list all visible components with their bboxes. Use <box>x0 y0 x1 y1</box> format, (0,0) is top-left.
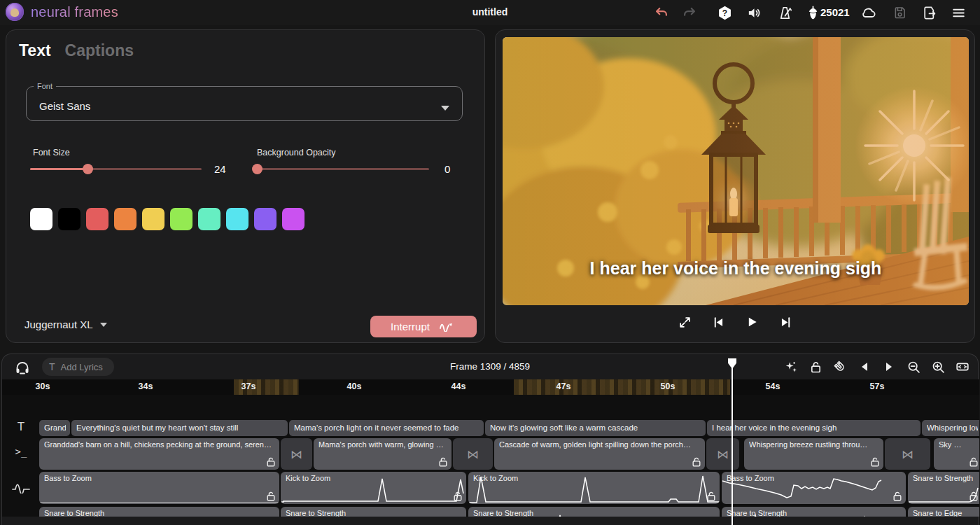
transition-clip[interactable]: ⋈ <box>885 438 930 470</box>
color-swatch-yellow[interactable] <box>142 208 164 230</box>
color-swatch-red[interactable] <box>86 208 108 230</box>
undo-icon <box>654 5 669 20</box>
lyric-clip[interactable]: Now it's glowing soft like a warm cascad… <box>485 420 706 436</box>
automation-clip[interactable]: Kick to Zoom <box>281 472 466 504</box>
export-button[interactable] <box>920 4 938 22</box>
skip-to-end-button[interactable] <box>776 313 794 331</box>
lock-open-icon[interactable] <box>871 457 879 467</box>
transition-clip[interactable]: ⋈ <box>281 438 312 470</box>
lock-tracks-button[interactable] <box>807 358 824 376</box>
ruler-tick: 50s <box>661 382 676 391</box>
help-button[interactable]: ? <box>715 4 734 22</box>
transition-clip[interactable]: ⋈ <box>706 438 739 470</box>
video-preview[interactable]: I hear her voice in the evening sigh <box>503 37 969 305</box>
interrupt-button[interactable]: Interrupt <box>370 316 477 337</box>
credits-button[interactable] <box>804 4 822 22</box>
automation-clip[interactable]: Bass to Zoom <box>39 472 279 504</box>
save-icon <box>892 6 907 20</box>
prompt-clip[interactable]: Sky … <box>934 438 979 470</box>
transition-clip[interactable]: ⋈ <box>453 438 493 470</box>
automation-clip[interactable]: Kick to Zoom <box>468 472 720 504</box>
cloud-button[interactable] <box>860 4 878 22</box>
panel-tabs: Text Captions <box>19 41 134 60</box>
timeline-ruler[interactable]: 30s 34s 37s 40s 44s 47s 50s 54s 57s <box>2 379 979 395</box>
zoom-in-button[interactable] <box>930 358 946 376</box>
color-swatches <box>30 208 304 230</box>
lock-open-icon[interactable] <box>969 457 978 467</box>
automation-clip[interactable]: Snare to Edge Echo <box>908 507 979 517</box>
color-swatch-white[interactable] <box>30 208 52 230</box>
ruler-tick: 44s <box>451 382 466 391</box>
lock-open-icon[interactable] <box>267 457 275 467</box>
slider-fill <box>30 168 88 170</box>
play-button[interactable] <box>743 313 761 331</box>
lock-open-icon[interactable] <box>969 491 978 501</box>
chevron-down-icon <box>100 323 107 327</box>
prompt-clip[interactable]: Granddad's barn on a hill, chickens peck… <box>39 438 279 470</box>
color-swatch-magenta[interactable] <box>282 208 304 230</box>
font-size-slider-thumb[interactable] <box>83 164 93 174</box>
font-select-value: Geist Sans <box>39 100 90 112</box>
automation-clip-label: Snare to Strength <box>44 509 275 517</box>
lyric-clip[interactable]: Mama's porch light on it never seemed to… <box>289 420 484 436</box>
snap-magnet-button[interactable] <box>832 358 848 376</box>
prompt-clip[interactable]: Mama's porch with warm, glowing … <box>314 438 451 470</box>
fullscreen-button[interactable] <box>676 313 694 331</box>
automation-clip[interactable]: Bass to Zoom <box>722 472 906 504</box>
lock-open-icon[interactable] <box>267 491 275 501</box>
font-size-slider[interactable] <box>30 164 202 174</box>
background-opacity-slider[interactable] <box>254 164 429 174</box>
step-forward-button[interactable] <box>881 358 897 376</box>
lyric-clip[interactable]: Whispering low <box>922 420 979 436</box>
app-root: neural frames untitled ? <box>0 0 980 525</box>
automation-clip[interactable]: Snare to Strength <box>722 507 906 517</box>
color-swatch-mint[interactable] <box>198 208 220 230</box>
lyric-clip[interactable]: Everything's quiet but my heart won't st… <box>71 420 288 436</box>
lock-open-icon[interactable] <box>707 491 715 501</box>
ai-magic-button[interactable] <box>783 358 799 376</box>
text-track-icon: T <box>10 420 31 434</box>
color-swatch-black[interactable] <box>58 208 80 230</box>
metronome-button[interactable] <box>776 4 794 22</box>
prompt-clip[interactable]: Cascade of warm, golden light spilling d… <box>494 438 705 470</box>
redo-button[interactable] <box>680 4 699 22</box>
undo-button[interactable] <box>652 4 671 22</box>
menu-button[interactable] <box>949 4 967 22</box>
zoom-out-button[interactable] <box>905 358 922 376</box>
volume-button[interactable] <box>745 4 763 22</box>
prompt-clip[interactable]: Whispering breeze rustling throu… <box>744 438 883 470</box>
color-swatch-purple[interactable] <box>254 208 276 230</box>
video-preview-panel: I hear her voice in the evening sigh <box>495 29 975 343</box>
save-button[interactable] <box>890 4 909 22</box>
help-icon: ? <box>717 5 733 21</box>
prompt-clip-label: Mama's porch with warm, glowing … <box>318 440 447 449</box>
skip-to-start-button[interactable] <box>709 313 727 331</box>
lyric-clip-label: I hear her voice in the evening sigh <box>712 420 916 436</box>
font-size-value: 24 <box>214 163 226 175</box>
automation-clip[interactable]: Snare to Strength <box>39 507 279 517</box>
font-select[interactable]: Font Geist Sans <box>26 82 463 121</box>
model-select[interactable]: Juggernaut XL <box>24 318 107 330</box>
ruler-tick: 40s <box>347 382 362 391</box>
lyric-clip[interactable]: I hear her voice in the evening sigh <box>707 420 920 436</box>
lock-open-icon[interactable] <box>454 491 462 501</box>
automation-clip[interactable]: Snare to Strength <box>468 507 720 517</box>
lock-open-icon[interactable] <box>692 457 701 467</box>
lyric-clip[interactable]: Grandd <box>39 420 70 436</box>
color-swatch-cyan[interactable] <box>226 208 248 230</box>
color-swatch-orange[interactable] <box>114 208 136 230</box>
lyric-clip-label: Now it's glowing soft like a warm cascad… <box>490 420 701 436</box>
color-swatch-green[interactable] <box>170 208 192 230</box>
tab-text[interactable]: Text <box>19 41 51 60</box>
fit-timeline-button[interactable] <box>954 358 971 376</box>
background-opacity-slider-thumb[interactable] <box>252 164 262 174</box>
skip-start-icon <box>712 316 725 329</box>
lock-open-icon[interactable] <box>893 491 902 501</box>
ruler-tick: 57s <box>870 382 885 391</box>
tab-captions[interactable]: Captions <box>65 41 134 60</box>
lock-open-icon[interactable] <box>439 457 447 467</box>
automation-clip[interactable]: Snare to Strength <box>281 507 466 517</box>
automation-clip[interactable]: Snare to Strength <box>908 472 979 504</box>
step-back-button[interactable] <box>856 358 873 376</box>
playhead[interactable] <box>732 358 733 525</box>
